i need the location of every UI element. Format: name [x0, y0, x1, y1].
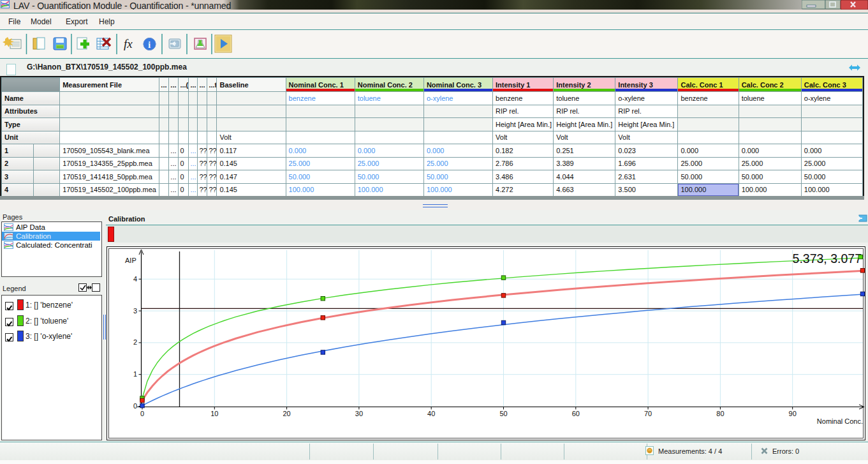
svg-text:80: 80 — [716, 410, 724, 417]
svg-text:20: 20 — [283, 410, 290, 417]
svg-text:1: 1 — [133, 370, 137, 378]
svg-text:40: 40 — [427, 410, 435, 417]
svg-text:2: 2 — [133, 338, 137, 346]
svg-text:5.373, 3.077: 5.373, 3.077 — [793, 251, 862, 266]
svg-text:AIP: AIP — [125, 257, 136, 264]
svg-text:50: 50 — [499, 410, 507, 417]
svg-text:60: 60 — [572, 410, 580, 417]
svg-text:70: 70 — [644, 410, 652, 417]
svg-text:i: i — [148, 40, 151, 50]
svg-text:3: 3 — [133, 307, 137, 315]
svg-text:10: 10 — [210, 410, 218, 417]
svg-text:30: 30 — [355, 410, 363, 417]
svg-text:90: 90 — [789, 410, 797, 417]
svg-text:fx: fx — [124, 37, 133, 50]
svg-text:0: 0 — [133, 402, 137, 410]
svg-text:4: 4 — [133, 275, 137, 283]
svg-text:0: 0 — [140, 410, 144, 417]
svg-text:Nominal Conc.: Nominal Conc. — [817, 417, 863, 425]
